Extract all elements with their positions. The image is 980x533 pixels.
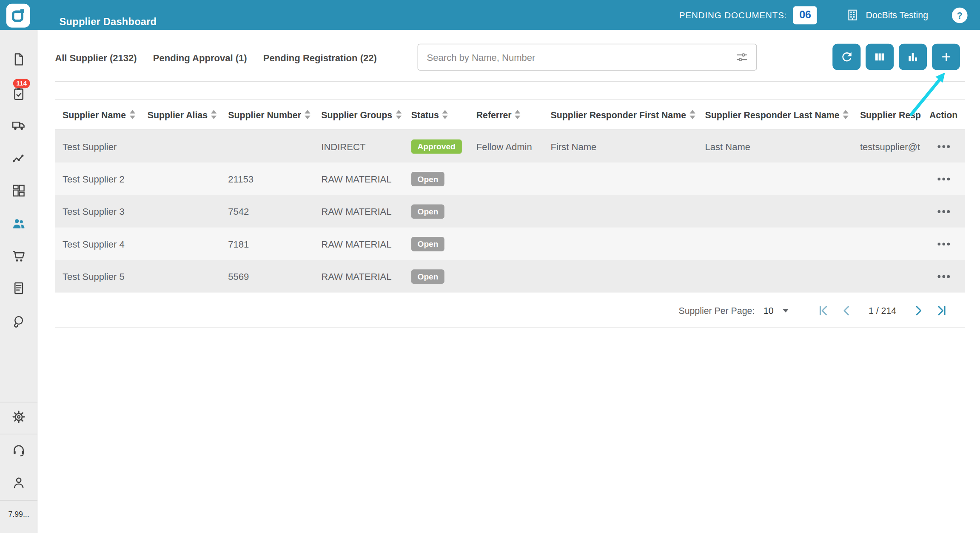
sidebar-item-shipments-truck[interactable] [11,117,26,132]
page-navigation: 1 / 214 [815,302,950,319]
sidebar-item-analytics[interactable] [11,151,26,165]
cell-supplier-alias [140,260,221,292]
sidebar-item-suppliers-active[interactable] [11,216,26,231]
chevron-down-icon [782,309,789,313]
organization-name: DocBits Testing [866,10,928,20]
pending-documents-label: PENDING DOCUMENTS: [679,10,787,20]
columns-view-button[interactable] [866,44,894,70]
cell-action [922,228,965,260]
previous-page-button[interactable] [838,302,855,319]
cell-supplier-number: 21153 [221,162,314,195]
organization-selector[interactable]: DocBits Testing [846,8,928,22]
building-icon [846,8,860,22]
column-header-responder-first-name[interactable]: Supplier Responder First Name [543,100,698,129]
table-toolbar [832,44,960,70]
column-header-referrer[interactable]: Referrer [469,100,543,129]
cell-responder-first: First Name [543,130,698,162]
sidebar-item-modules[interactable] [11,183,26,198]
cell-action [922,162,965,195]
cell-action [922,260,965,292]
first-page-button[interactable] [815,302,831,319]
profile-person-icon[interactable] [11,475,26,490]
sidebar-divider [0,434,37,434]
refresh-button[interactable] [832,44,860,70]
settings-gear-icon[interactable] [11,409,26,424]
tab-all-supplier[interactable]: All Supplier (2132) [55,52,137,63]
more-horizontal-icon [937,145,949,148]
cell-responder-email [852,228,922,260]
cell-supplier-name: Test Supplier [55,130,140,162]
cell-status: Open [404,260,469,292]
pagination-bar: Supplier Per Page: 10 1 / 214 [55,294,965,328]
sidebar-item-invoices[interactable] [11,281,26,296]
table-columns-icon [873,50,886,63]
table-row[interactable]: Test Supplier 2 21153 RAW MATERIAL Open [55,162,965,195]
cell-status: Approved [404,130,469,162]
sort-icon [442,110,448,120]
column-header-responder-email[interactable]: Supplier Resp [852,100,922,129]
pending-documents-badge[interactable]: 06 [793,6,817,24]
cell-supplier-name: Test Supplier 5 [55,260,140,292]
cell-status: Open [404,228,469,260]
tab-pending-registration[interactable]: Pending Registration (22) [263,52,377,63]
column-header-responder-last-name[interactable]: Supplier Responder Last Name [698,100,852,129]
more-horizontal-icon [937,177,949,180]
cell-supplier-name: Test Supplier 2 [55,162,140,195]
next-page-button[interactable] [910,302,926,319]
cell-action [922,195,965,227]
table-row[interactable]: Test Supplier INDIRECT Approved Fellow A… [55,130,965,162]
per-page-select[interactable]: Supplier Per Page: 10 [678,306,788,316]
column-header-supplier-number[interactable]: Supplier Number [221,100,314,129]
app-version: 7.99... [0,510,37,519]
supplier-search [418,44,757,71]
app-logo[interactable] [6,4,30,28]
cell-action [922,130,965,162]
table-row[interactable]: Test Supplier 4 7181 RAW MATERIAL Open [55,228,965,260]
page-title: Supplier Dashboard [60,7,157,37]
column-header-supplier-alias[interactable]: Supplier Alias [140,100,221,129]
sidebar-item-documents[interactable] [11,52,26,67]
column-header-supplier-groups[interactable]: Supplier Groups [314,100,404,129]
support-headset-icon[interactable] [11,442,26,457]
docbits-logo-icon [10,8,26,24]
filter-tune-icon[interactable] [735,51,748,63]
last-page-icon [935,304,949,317]
topbar-right: PENDING DOCUMENTS: 06 DocBits Testing ? [679,0,980,30]
chevron-left-icon [840,304,853,317]
sidebar-item-lasso[interactable] [11,314,26,329]
sidebar-item-purchases-cart[interactable] [11,249,26,264]
chart-view-button[interactable] [899,44,927,70]
cell-supplier-number [221,130,314,162]
cell-supplier-groups: INDIRECT [314,130,404,162]
add-supplier-button[interactable] [932,44,960,70]
sort-icon [843,110,849,120]
row-actions-button[interactable] [934,141,954,151]
row-actions-button[interactable] [934,206,954,217]
cell-supplier-groups: RAW MATERIAL [314,260,404,292]
row-actions-button[interactable] [934,174,954,184]
cell-referrer [469,228,543,260]
notification-count-badge: 114 [13,79,30,88]
search-input[interactable] [418,52,735,63]
sidebar-item-approvals[interactable] [11,86,26,101]
cell-responder-email [852,162,922,195]
column-header-supplier-name[interactable]: Supplier Name [55,100,140,129]
table-row[interactable]: Test Supplier 3 7542 RAW MATERIAL Open [55,195,965,227]
plus-icon [939,50,953,64]
cell-referrer [469,162,543,195]
last-page-button[interactable] [934,302,950,319]
chevron-right-icon [911,304,925,317]
tab-pending-approval[interactable]: Pending Approval (1) [153,52,247,63]
row-actions-button[interactable] [934,239,954,249]
row-actions-button[interactable] [934,271,954,282]
help-icon[interactable]: ? [952,7,968,23]
cell-responder-first [543,260,698,292]
cell-responder-first [543,195,698,227]
sidebar-divider [0,402,37,402]
column-header-status[interactable]: Status [404,100,469,129]
cell-supplier-alias [140,130,221,162]
cell-supplier-alias [140,162,221,195]
cell-responder-email [852,195,922,227]
table-row[interactable]: Test Supplier 5 5569 RAW MATERIAL Open [55,260,965,292]
sidebar-divider [0,500,37,501]
